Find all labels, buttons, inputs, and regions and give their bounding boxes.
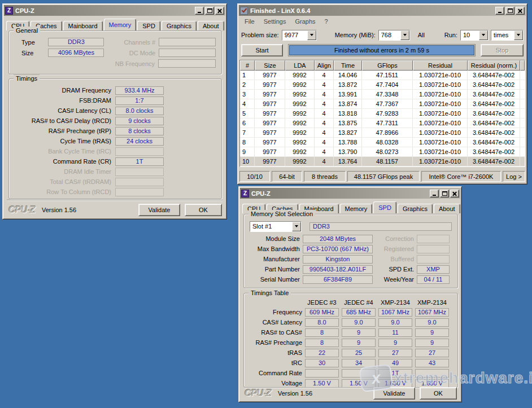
status-cell: 8 threads	[304, 171, 346, 182]
slot-combo[interactable]: Slot #1	[250, 221, 302, 232]
tab[interactable]: Memory	[104, 19, 137, 30]
minimize-button[interactable]	[495, 7, 504, 15]
validate-button[interactable]: Validate	[373, 387, 415, 400]
ok-button[interactable]: OK	[420, 387, 457, 400]
cell-lda: 9992	[285, 119, 315, 128]
timing-value-field: 22	[305, 349, 339, 357]
table-header-cell[interactable]: Time	[334, 60, 362, 71]
tab[interactable]: Graphics	[398, 204, 433, 213]
timing-value-field: 1:7	[115, 96, 164, 105]
timing-value-field: 685 MHz	[342, 308, 376, 317]
dropdown-button[interactable]	[514, 30, 523, 40]
memory-combo[interactable]: 768	[378, 30, 410, 41]
chevron-down-icon	[295, 225, 298, 227]
timing-row: DRAM Frequency 933.4 MHz	[9, 85, 221, 95]
status-bar: 10/1064-bit8 threads48.1157 GFlops peakI…	[239, 171, 525, 182]
timing-row: DRAM Idle Timer	[9, 166, 221, 177]
menu-item[interactable]: File	[240, 17, 259, 27]
tab[interactable]: SPD	[137, 21, 160, 30]
cell-size: 9977	[255, 71, 285, 80]
table-row[interactable]: 2 9977 9992 4 13.872 47.7404 1.030721e-0…	[240, 80, 525, 90]
titlebar[interactable]: Z CPU-Z	[240, 188, 460, 199]
close-button[interactable]	[450, 190, 459, 198]
dropdown-button[interactable]	[479, 30, 488, 40]
close-button[interactable]	[516, 7, 525, 15]
tab[interactable]: About	[198, 21, 224, 30]
table-header-cell[interactable]: Residual (norm.)	[468, 60, 520, 71]
timing-value-field: 8	[305, 328, 339, 337]
timings-table-header: JEDEC #3JEDEC #4XMP-2134XMP-2134	[248, 298, 457, 307]
maximize-button[interactable]	[505, 7, 514, 15]
table-row[interactable]: 10 9977 9992 4 13.764 48.1157 1.030721e-…	[240, 157, 525, 166]
timing-value-field: 8 clocks	[115, 127, 164, 135]
table-row[interactable]: 7 9977 9992 4 13.827 47.8966 1.030721e-0…	[240, 128, 525, 138]
validate-button[interactable]: Validate	[138, 204, 180, 216]
cell-lda: 9992	[285, 157, 315, 166]
cell-gflops: 47.9283	[362, 109, 413, 118]
timings-table-row: tRC 30 34 49 43	[248, 358, 457, 368]
table-body: 1 9977 9992 4 14.046 47.1511 1.030721e-0…	[240, 71, 525, 166]
tab[interactable]: Mainboard	[63, 21, 103, 30]
timing-value-field: 9.0	[415, 318, 449, 327]
table-header-cell[interactable]: GFlops	[362, 60, 413, 71]
cell-residual: 1.030721e-010	[413, 138, 468, 147]
timings-table-row: Command Rate 1T	[248, 368, 457, 378]
table-row[interactable]: 9 9977 9992 4 13.790 48.0273 1.030721e-0…	[240, 147, 525, 157]
minimize-button[interactable]	[430, 190, 439, 198]
timings-table-row: Frequency 609 MHz 685 MHz 1067 MHz 1067 …	[248, 307, 457, 317]
table-row[interactable]: 3 9977 9992 4 13.991 47.3348 1.030721e-0…	[240, 90, 525, 99]
timing-parameter-label: RAS# to CAS#	[248, 329, 305, 336]
stop-button[interactable]: Stop	[481, 44, 524, 56]
footer-separator	[7, 200, 223, 201]
close-button[interactable]	[215, 7, 224, 15]
nb-frequency-value-field	[158, 59, 216, 68]
timing-value-field: 8.0 clocks	[115, 107, 164, 115]
titlebar[interactable]: Z CPU-Z	[4, 5, 225, 16]
linx-window: Finished - LinX 0.6.4 FileSettingsGraphs…	[237, 3, 527, 185]
log-button[interactable]: Log >	[503, 171, 525, 182]
cell-lda: 9992	[285, 128, 315, 137]
maximize-button[interactable]	[205, 7, 214, 15]
dropdown-button[interactable]	[400, 30, 409, 40]
tab[interactable]: About	[434, 204, 460, 213]
start-button[interactable]: Start	[241, 44, 283, 56]
menu-item[interactable]: Graphs	[290, 17, 320, 27]
table-row[interactable]: 5 9977 9992 4 13.818 47.9283 1.030721e-0…	[240, 109, 525, 119]
table-row[interactable]: 8 9977 9992 4 13.788 48.0328 1.030721e-0…	[240, 138, 525, 147]
timing-value-field: 9	[342, 339, 376, 347]
table-header-cell[interactable]: Residual	[413, 60, 468, 71]
menu-item[interactable]: ?	[320, 17, 333, 27]
table-header-row: #SizeLDAAlignTimeGFlopsResidualResidual …	[240, 60, 525, 71]
table-header-cell[interactable]: LDA	[285, 60, 315, 71]
titlebar[interactable]: Finished - LinX 0.6.4	[239, 5, 526, 16]
table-row[interactable]: 6 9977 9992 4 13.875 47.7311 1.030721e-0…	[240, 119, 525, 128]
cell-align: 4	[315, 71, 334, 80]
tab[interactable]: SPD	[373, 201, 396, 213]
timing-value-field	[342, 369, 376, 378]
window-title: CPU-Z	[15, 7, 193, 14]
dc-mode-value-field	[159, 49, 216, 57]
table-header-cell[interactable]: Size	[255, 60, 285, 71]
maximize-button[interactable]	[440, 190, 449, 198]
minimize-button[interactable]	[195, 7, 204, 15]
ok-button[interactable]: OK	[185, 204, 222, 216]
menu-item[interactable]: Settings	[259, 17, 291, 27]
table-row[interactable]: 1 9977 9992 4 14.046 47.1511 1.030721e-0…	[240, 71, 525, 80]
tab[interactable]: Graphics	[162, 21, 197, 30]
timing-value-field: 1T	[378, 369, 412, 378]
table-header-cell[interactable]: Align	[315, 60, 334, 71]
run-combo[interactable]: 10	[460, 30, 489, 41]
window-title: Finished - LinX 0.6.4	[250, 7, 493, 14]
table-header-cell[interactable]: #	[240, 60, 255, 71]
timing-label: RAS# Precharge (tRP)	[9, 128, 115, 134]
dropdown-button[interactable]	[292, 222, 301, 231]
table-row[interactable]: 4 9977 9992 4 13.874 47.7367 1.030721e-0…	[240, 99, 525, 109]
cell-index: 8	[240, 138, 255, 147]
problem-size-combo[interactable]: 9977	[282, 30, 317, 41]
cell-residual-norm: 3.648447e-002	[468, 138, 520, 147]
times-combo[interactable]: times	[491, 30, 524, 41]
channels-label: Channels #	[104, 39, 155, 46]
tab[interactable]: Memory	[340, 204, 373, 213]
timing-row: Bank Cycle Time (tRC)	[9, 146, 221, 156]
dropdown-button[interactable]	[307, 30, 316, 40]
